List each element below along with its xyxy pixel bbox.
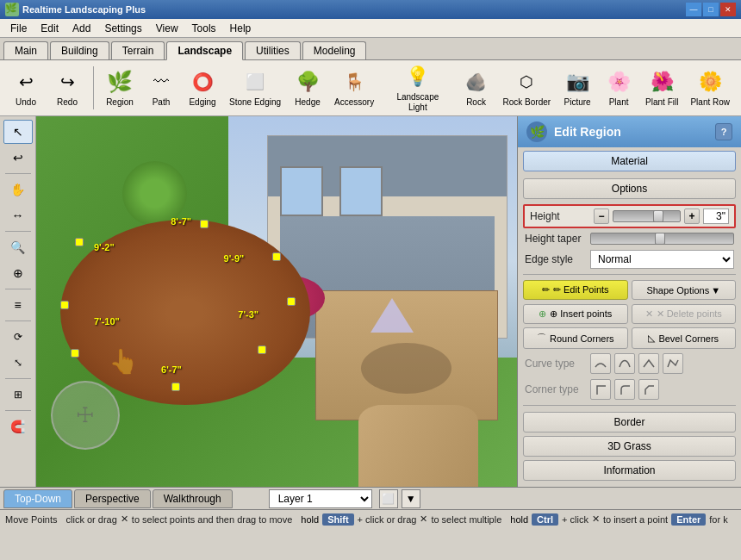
information-button[interactable]: Information (523, 460, 736, 481)
tab-utilities[interactable]: Utilities (245, 41, 301, 59)
plant-button[interactable]: 🌸 Plant (600, 64, 638, 112)
plant-row-button[interactable]: 🌼 Plant Row (686, 64, 734, 112)
corner-type-1-button[interactable] (590, 379, 611, 400)
control-point-5[interactable] (287, 297, 296, 306)
menu-file[interactable]: File (3, 21, 34, 36)
options-button[interactable]: Options (523, 178, 736, 199)
canvas-area[interactable]: 8'-7" 9'-2" 9'-9" 7'-10" 7'-3" 6'-7" ☩ 👆 (36, 116, 517, 487)
undo-button[interactable]: ↩ Undo (7, 64, 45, 112)
plant-fill-button[interactable]: 🌺 Plant Fill (641, 64, 682, 112)
edit-points-button[interactable]: ✏ ✏ Edit Points (523, 280, 628, 300)
height-increase-button[interactable]: + (684, 208, 700, 224)
corner-type-3-button[interactable] (638, 379, 659, 400)
tab-landscape[interactable]: Landscape (166, 41, 243, 60)
view-tab-walkthrough[interactable]: Walkthrough (153, 489, 233, 508)
navigation-circle[interactable]: ☩ (51, 381, 120, 450)
select-tool[interactable]: ↖ (3, 120, 33, 144)
control-point-8[interactable] (171, 383, 180, 391)
status-text-6: + click (562, 514, 588, 525)
hedge-button[interactable]: 🌳 Hedge (289, 64, 327, 112)
rock-label: Rock (466, 97, 486, 108)
round-corners-icon: ⌒ (537, 332, 546, 345)
menu-add[interactable]: Add (65, 21, 97, 36)
rock-border-button[interactable]: ⬡ Rock Border (499, 64, 556, 112)
corner-type-2-button[interactable] (614, 379, 635, 400)
left-sep-3 (5, 289, 31, 289)
material-button[interactable]: Material (523, 151, 736, 171)
menu-view[interactable]: View (149, 21, 185, 36)
redo-button[interactable]: ↪ Redo (48, 64, 86, 112)
accessory-button[interactable]: 🪑 Accessory (330, 64, 378, 112)
menu-help[interactable]: Help (223, 21, 258, 36)
picture-button[interactable]: 📷 Picture (558, 64, 596, 112)
redo-icon: ↪ (53, 68, 81, 96)
grid-tool[interactable]: ⊞ (3, 383, 33, 407)
edging-button[interactable]: ⭕ Edging (184, 64, 221, 112)
undo-tool[interactable]: ↩ (3, 146, 33, 170)
status-text-icon: ✕ (420, 513, 427, 525)
curve-type-2-button[interactable] (614, 353, 635, 374)
tab-main[interactable]: Main (3, 41, 48, 59)
control-point-3[interactable] (272, 252, 281, 261)
left-sep-1 (5, 173, 31, 174)
view-tab-perspective[interactable]: Perspective (74, 489, 151, 508)
status-icon-1[interactable]: ⬜ (379, 489, 398, 508)
edge-style-select[interactable]: Normal Smooth Sharp (590, 250, 734, 269)
control-point-6[interactable] (71, 349, 79, 358)
maximize-button[interactable]: □ (703, 3, 719, 16)
region-button[interactable]: 🌿 Region (101, 64, 139, 112)
close-button[interactable]: ✕ (720, 3, 736, 16)
status-text-5: to select multiple (431, 514, 501, 525)
control-point-4[interactable] (60, 301, 69, 309)
control-point-1[interactable] (200, 220, 209, 228)
delete-points-button[interactable]: ✕ ✕ Delete points (632, 304, 737, 324)
3d-grass-button[interactable]: 3D Grass (523, 436, 736, 457)
region-label: Region (106, 97, 134, 108)
bevel-corners-button[interactable]: ◺ Bevel Corners (632, 327, 737, 349)
menu-settings[interactable]: Settings (97, 21, 148, 36)
curve-type-label: Curve type (525, 358, 585, 370)
curve-type-4-button[interactable] (663, 353, 683, 374)
magnet-tool[interactable]: 🧲 (3, 414, 33, 439)
stone-edging-button[interactable]: ⬜ Stone Edging (225, 64, 285, 112)
height-taper-slider[interactable] (590, 233, 734, 245)
round-corners-button[interactable]: ⌒ Round Corners (523, 327, 628, 349)
delete-points-label: ✕ Delete points (657, 308, 722, 320)
rotate-tool[interactable]: ⟳ (3, 325, 33, 349)
tab-modeling[interactable]: Modeling (302, 41, 367, 59)
height-slider[interactable] (613, 210, 681, 222)
layer-select[interactable]: Layer 1 Layer 2 (269, 489, 372, 508)
menu-edit[interactable]: Edit (34, 21, 65, 36)
path-icon: 〰 (147, 68, 175, 96)
zoom-in-tool[interactable]: ⊕ (3, 261, 33, 285)
zoom-tool[interactable]: 🔍 (3, 235, 33, 259)
menu-tools[interactable]: Tools (185, 21, 223, 36)
insert-points-icon: ⊕ (539, 308, 546, 320)
picture-label: Picture (564, 97, 591, 108)
control-point-2[interactable] (75, 238, 84, 246)
minimize-button[interactable]: — (686, 3, 701, 16)
tab-building[interactable]: Building (50, 41, 109, 59)
path-button[interactable]: 〰 Path (142, 64, 180, 112)
move-tool[interactable]: ↔ (3, 203, 33, 227)
status-text-1: Move Points (5, 514, 58, 525)
curve-type-1-button[interactable] (590, 353, 611, 374)
height-decrease-button[interactable]: − (594, 208, 609, 224)
height-taper-label: Height taper (525, 233, 585, 245)
left-sep-2 (5, 231, 31, 232)
help-button[interactable]: ? (715, 123, 732, 140)
insert-points-button[interactable]: ⊕ ⊕ Insert points (523, 304, 628, 324)
tab-terrain[interactable]: Terrain (111, 41, 165, 59)
view-tab-topdown[interactable]: Top-Down (3, 489, 72, 508)
pan-tool[interactable]: ✋ (3, 177, 33, 202)
edge-style-label: Edge style (525, 253, 585, 265)
landscape-light-button[interactable]: 💡 Landscape Light (382, 59, 453, 117)
curve-type-3-button[interactable] (638, 353, 659, 374)
status-icon-2[interactable]: ▼ (402, 489, 420, 508)
shape-options-button[interactable]: Shape Options ▼ (632, 280, 737, 300)
control-point-7[interactable] (258, 345, 266, 354)
rock-button[interactable]: 🪨 Rock (458, 64, 495, 112)
menu-tool[interactable]: ≡ (3, 293, 33, 317)
scale-tool[interactable]: ⤡ (3, 351, 33, 375)
border-button[interactable]: Border (523, 412, 736, 432)
